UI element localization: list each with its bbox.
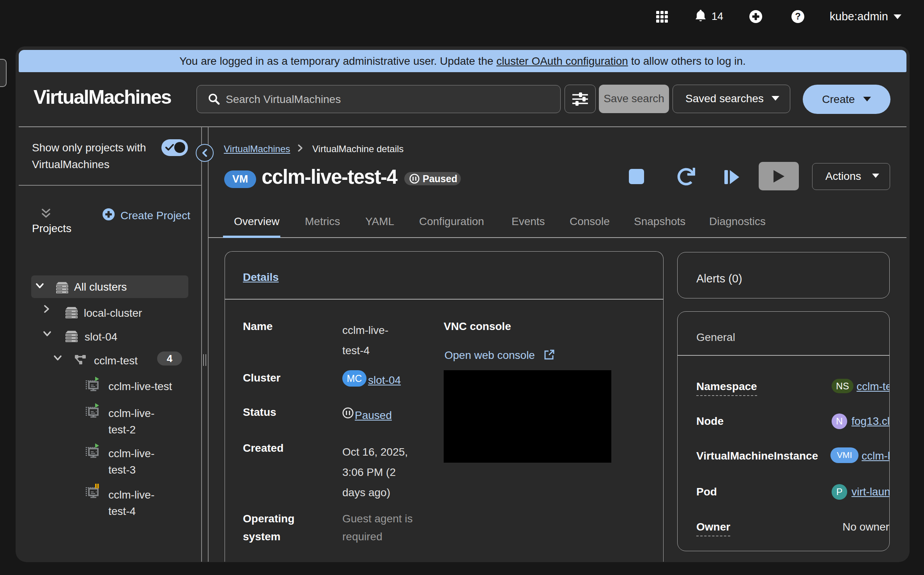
svg-text:?: ? — [795, 11, 801, 21]
